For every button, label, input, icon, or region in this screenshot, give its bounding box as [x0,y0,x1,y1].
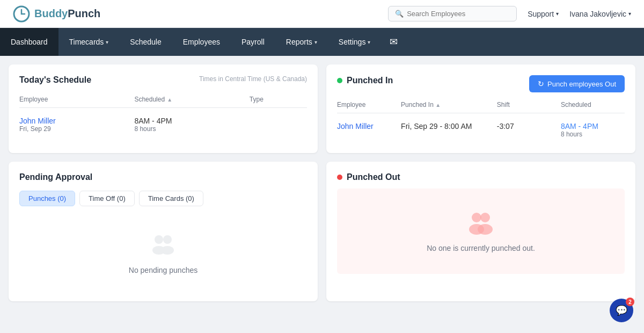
punched-in-card: Punched In ↻ Punch employees Out Employe… [326,64,635,153]
chevron-down-icon: ▾ [556,11,559,17]
punched-in-header: Punched In [337,76,393,85]
chevron-down-icon: ▾ [314,39,317,45]
card-title-schedule: Today's Schedule [19,75,91,87]
punch-employees-out-button[interactable]: ↻ Punch employees Out [529,75,625,92]
tab-time-off[interactable]: Time Off (0) [79,191,135,206]
nav-bar: Dashboard Timecards ▾ Schedule Employees… [0,28,644,56]
search-input[interactable] [407,10,510,18]
chat-badge: 2 [626,298,634,306]
svg-point-2 [163,235,172,244]
svg-point-1 [155,235,163,244]
status-dot-green [337,78,342,83]
status-dot-red [337,175,342,180]
punched-out-empty-state: No one is currently punched out. [337,189,625,274]
punched-in-row: John Miller Fri, Sep 29 - 8:00 AM -3:07 … [337,118,625,142]
refresh-icon: ↻ [538,79,544,88]
sort-icon: ▲ [435,102,441,108]
envelope-icon: ✉ [390,36,398,48]
nav-item-reports[interactable]: Reports ▾ [275,28,328,56]
top-right-area: 🔍 Support ▾ Ivana Jakovljevic ▾ [388,6,631,21]
main-content: Today's Schedule Times in Central Time (… [0,56,644,310]
logo-icon [13,5,30,23]
punched-in-employee-link[interactable]: John Miller [337,122,401,131]
punched-in-scheduled-link[interactable]: 8AM - 4PM [561,122,625,131]
chevron-down-icon: ▾ [106,39,108,45]
svg-point-5 [472,213,481,222]
pending-tabs: Punches (0) Time Off (0) Time Cards (0) [19,191,307,206]
empty-people-icon-punched-out [466,210,496,237]
sort-icon: ▲ [167,97,172,103]
nav-item-dashboard[interactable]: Dashboard [0,28,58,56]
nav-item-payroll[interactable]: Payroll [231,28,275,56]
todays-schedule-card: Today's Schedule Times in Central Time (… [9,64,318,153]
tab-time-cards[interactable]: Time Cards (0) [139,191,203,206]
search-icon: 🔍 [395,10,404,18]
tab-punches[interactable]: Punches (0) [19,191,75,206]
employee-link[interactable]: John Miller [19,117,134,125]
nav-item-schedule[interactable]: Schedule [119,28,172,56]
pending-approval-card: Pending Approval Punches (0) Time Off (0… [9,162,318,301]
nav-item-settings[interactable]: Settings ▾ [328,28,382,56]
nav-messages[interactable]: ✉ [381,28,406,56]
svg-point-4 [161,246,174,255]
chevron-down-icon: ▾ [368,39,370,45]
nav-item-employees[interactable]: Employees [172,28,231,56]
logo: BuddyPunch [13,5,100,23]
logo-text: BuddyPunch [34,8,100,20]
svg-point-8 [478,224,493,235]
empty-people-icon [150,233,176,259]
chat-icon: 💬 [616,305,627,310]
chevron-down-icon: ▾ [628,11,631,17]
punched-out-card: Punched Out No one is currently punched … [326,162,635,301]
user-menu[interactable]: Ivana Jakovljevic ▾ [569,10,631,18]
pending-empty-state: No pending punches [19,217,307,291]
search-box[interactable]: 🔍 [388,6,517,21]
schedule-row: John Miller Fri, Sep 29 8AM - 4PM 8 hour… [19,112,307,137]
top-bar: BuddyPunch 🔍 Support ▾ Ivana Jakovljevic… [0,0,644,28]
punched-in-table-header: Employee Punched In ▲ Shift Scheduled [337,101,625,113]
support-link[interactable]: Support ▾ [528,10,559,18]
schedule-table-header: Employee Scheduled ▲ Type [19,96,307,108]
nav-item-timecards[interactable]: Timecards ▾ [58,28,120,56]
punched-out-header: Punched Out [337,172,625,182]
svg-point-6 [480,213,490,222]
